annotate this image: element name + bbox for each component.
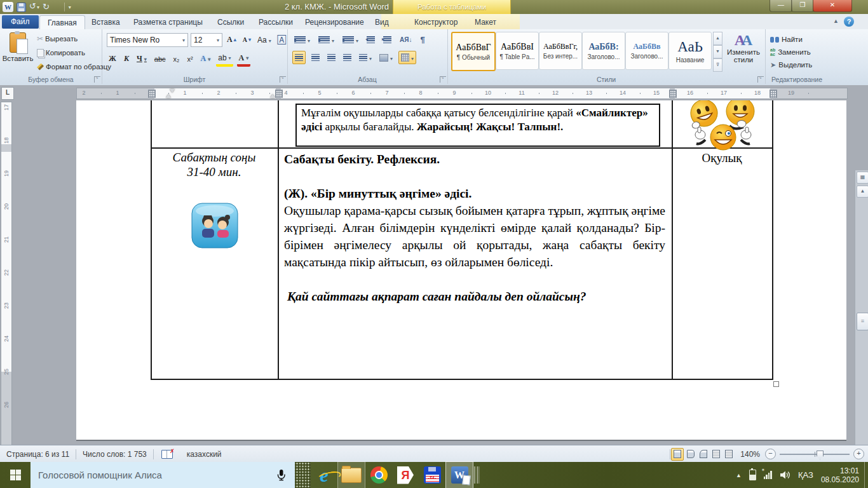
find-button[interactable]: Найти — [770, 33, 815, 46]
proofing-status[interactable] — [154, 450, 180, 459]
help-button[interactable]: ? — [844, 17, 854, 27]
tab-stop-selector[interactable]: L — [1, 87, 14, 100]
view-web-layout[interactable] — [698, 449, 709, 460]
h-ruler[interactable]: 2112345678910111213141516171819 — [76, 88, 848, 99]
increase-indent-button[interactable] — [381, 33, 393, 46]
shading-button[interactable] — [377, 51, 395, 64]
align-center-button[interactable] — [309, 51, 322, 64]
taskbar-chrome[interactable] — [365, 462, 392, 488]
paragraph-dialog-launcher[interactable] — [440, 76, 446, 83]
volume-icon[interactable] — [780, 470, 790, 480]
style-table-paragraph[interactable]: АаБбВвІ ¶ Table Pa... — [496, 32, 539, 70]
word-count[interactable]: Число слов: 1 753 — [76, 450, 153, 459]
numbering-button[interactable] — [316, 33, 336, 46]
v-ruler[interactable]: 17181920212223242526 — [1, 102, 12, 445]
view-fullscreen-reading[interactable] — [685, 449, 696, 460]
multilevel-list-button[interactable] — [341, 33, 360, 46]
style-no-spacing[interactable]: АаБбВвГг, Без интер... — [539, 32, 582, 70]
ruler-toggle-button[interactable]: ▦ — [857, 172, 868, 184]
word-app-icon[interactable]: W — [3, 2, 13, 12]
style-title[interactable]: АаЬ Название — [668, 32, 712, 70]
show-marks-button[interactable]: ¶ — [418, 33, 426, 46]
page-indicator[interactable]: Страница: 6 из 11 — [0, 450, 76, 459]
resources-cell[interactable]: Оқулық — [672, 151, 772, 165]
alice-search-box[interactable]: Голосовой помощник Алиса — [31, 462, 295, 488]
zoom-level[interactable]: 140% — [735, 450, 765, 459]
strikethrough-button[interactable]: abc — [153, 52, 168, 65]
font-dialog-launcher[interactable] — [280, 76, 286, 83]
redo-icon[interactable]: ↻ — [43, 2, 50, 12]
sort-button[interactable]: АЯ↓ — [398, 33, 414, 46]
assessment-box[interactable]: Мұғалім оқушыларды сабаққа қатысу белсен… — [295, 104, 660, 147]
stage-cell[interactable]: Сабақтың соңы 31-40 мин. — [151, 150, 278, 179]
show-desktop-button[interactable] — [864, 462, 868, 488]
tray-expand-icon[interactable]: ▲ — [736, 472, 742, 478]
tab-view[interactable]: Вид — [367, 15, 397, 29]
vertical-scrollbar[interactable]: ▦ ▲ ▼ ⏶ ○ ⏷ — [855, 170, 868, 445]
clear-formatting-button[interactable]: 🄰 — [276, 33, 288, 46]
zoom-slider[interactable] — [780, 454, 850, 455]
align-left-button[interactable] — [292, 51, 306, 64]
zoom-slider-thumb[interactable] — [817, 451, 824, 460]
subscript-button[interactable]: x₂ — [172, 52, 182, 65]
hanging-indent-marker[interactable] — [166, 94, 171, 98]
style-heading1[interactable]: АаБбВ: Заголово... — [582, 32, 625, 70]
align-right-button[interactable] — [325, 51, 337, 64]
view-outline[interactable] — [710, 449, 722, 460]
table-column-marker[interactable] — [275, 90, 283, 98]
lesson-body-cell[interactable]: Сабақты бекіту. Рефлексия. (Ж). «Бір мин… — [284, 151, 665, 305]
tab-mailings[interactable]: Рассылки — [251, 15, 301, 29]
microphone-icon[interactable] — [275, 469, 287, 481]
clipboard-dialog-launcher[interactable] — [94, 76, 100, 83]
copy-button[interactable]: Копировать — [37, 46, 111, 60]
styles-scroll-down[interactable]: ▼ — [713, 45, 722, 58]
undo-icon[interactable]: ↺ — [29, 1, 39, 13]
styles-gallery-more[interactable]: ⊽ — [713, 58, 722, 72]
cut-button[interactable]: ✂ Вырезать — [37, 32, 111, 46]
tab-references[interactable]: Ссылки — [210, 15, 252, 29]
taskbar-yandex-browser[interactable]: Я — [392, 462, 419, 488]
decrease-indent-button[interactable] — [365, 33, 377, 46]
italic-button[interactable]: К — [122, 52, 131, 65]
replace-button[interactable]: abас Заменить — [770, 46, 815, 58]
tab-table-design[interactable]: Конструктор — [407, 15, 465, 29]
styles-dialog-launcher[interactable] — [757, 76, 764, 83]
line-spacing-button[interactable] — [357, 51, 374, 64]
yandex-panel-icon[interactable] — [295, 462, 311, 488]
tab-insert[interactable]: Вставка — [84, 15, 128, 29]
view-print-layout[interactable] — [671, 448, 684, 461]
style-normal[interactable]: АаБбВвГ ¶ Обычный — [451, 32, 496, 71]
start-button[interactable] — [0, 462, 31, 488]
tab-page-layout[interactable]: Разметка страницы — [126, 15, 210, 29]
change-styles-button[interactable]: АА Изменить стили — [724, 32, 763, 72]
table-column-marker[interactable] — [669, 90, 677, 98]
text-highlight-button[interactable]: ab — [216, 51, 233, 67]
styles-scroll-up[interactable]: ▲ — [713, 32, 722, 45]
close-button[interactable]: ✕ — [813, 0, 852, 12]
right-indent-marker[interactable] — [270, 94, 275, 98]
network-icon[interactable]: ✶ — [764, 471, 772, 479]
taskbar-floppy-app[interactable]: -Б4- — [419, 462, 445, 488]
language-indicator[interactable]: казахский — [180, 450, 228, 459]
table-column-marker[interactable] — [770, 90, 777, 98]
font-color-button[interactable]: А — [237, 51, 251, 67]
bold-button[interactable]: Ж — [107, 52, 118, 65]
font-size-combo[interactable]: 12 — [191, 33, 222, 47]
underline-button[interactable]: Ч — [135, 52, 149, 65]
table-column-marker[interactable] — [148, 90, 156, 98]
battery-icon[interactable] — [749, 470, 756, 480]
paste-button[interactable]: Вставить — [3, 31, 33, 73]
font-name-combo[interactable]: Times New Ro — [107, 33, 188, 47]
style-heading2[interactable]: АаБбВв Заголово... — [625, 32, 668, 70]
page[interactable]: Мұғалім оқушыларды сабаққа қатысу белсен… — [76, 100, 846, 440]
scrollbar-thumb[interactable] — [857, 313, 868, 330]
bullets-button[interactable] — [292, 33, 312, 46]
taskbar-word[interactable]: W — [445, 461, 473, 488]
shrink-font-button[interactable]: А — [241, 33, 253, 46]
text-effects-button[interactable]: А — [199, 52, 213, 65]
justify-button[interactable] — [341, 51, 353, 64]
tab-file[interactable]: Файл — [2, 15, 39, 29]
collapse-ribbon-icon[interactable]: ▲ — [833, 18, 839, 24]
change-case-button[interactable]: Аа — [255, 33, 273, 46]
superscript-button[interactable]: x² — [185, 52, 194, 65]
